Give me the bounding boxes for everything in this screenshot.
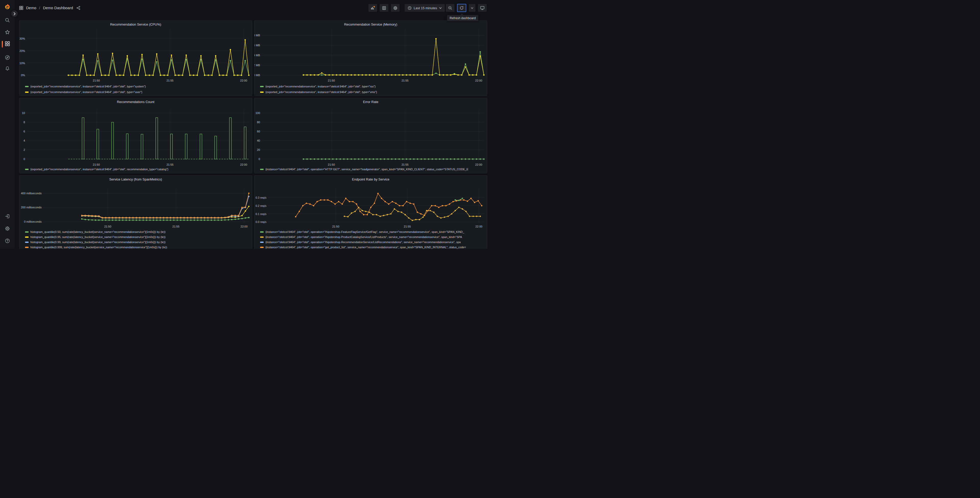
svg-text:22:00: 22:00 [475,163,482,166]
panel-service-latency: Service Latency (from SpanMetrics) 0 mil… [19,176,252,249]
legend-swatch [25,242,29,243]
legend-item[interactable]: histogram_quantile(0.95, sum(rate(latenc… [25,235,250,239]
grafana-logo[interactable] [4,4,11,11]
svg-text:30%: 30% [19,37,25,40]
alerting-icon[interactable] [0,66,14,71]
svg-text:21:50: 21:50 [332,225,339,228]
legend-label: {exported_job="recommendationservice", i… [266,85,375,88]
svg-text:0: 0 [24,158,25,161]
svg-text:2 MB: 2 MB [255,64,260,67]
zoom-out-button[interactable] [446,4,455,12]
svg-text:20: 20 [257,148,260,152]
svg-text:21:55: 21:55 [404,225,411,228]
dashboards-icon[interactable] [0,41,14,46]
legend-swatch [25,231,29,233]
explore-icon[interactable] [0,55,14,60]
grafana-dashboard: { "header": { "breadcrumb": {"section": … [0,0,490,249]
svg-text:400 milliseconds: 400 milliseconds [21,192,42,195]
legend-item[interactable]: histogram_quantile(0.50, sum(rate(latenc… [25,229,250,235]
kiosk-mode-button[interactable] [478,4,487,12]
svg-text:21:55: 21:55 [167,163,174,166]
svg-text:10%: 10% [19,62,25,65]
legend-item[interactable]: {exported_job="recommendationservice", i… [25,89,250,95]
clock-icon [408,6,412,10]
refresh-tooltip: Refresh dashboard [447,15,478,21]
legend-item[interactable]: histogram_quantile(0.99, sum(rate(latenc… [25,239,250,245]
legend-item[interactable]: {instance="otelcol:9464", job="otel", op… [260,229,485,235]
svg-text:4: 4 [24,139,25,142]
panel-recommendations-count: Recommendations Count 024681021:5021:552… [19,98,252,173]
chevron-down-icon [471,7,473,9]
legend-label: {exported_job="recommendationservice", i… [266,91,377,94]
svg-text:4 MB: 4 MB [255,54,260,57]
legend-label: {instance="otelcol:9464", job="otel", op… [266,230,464,233]
svg-text:21:50: 21:50 [328,163,335,166]
expand-sidebar-button[interactable] [11,11,18,17]
legend-item[interactable]: histogram_quantile(0.999, sum(rate(laten… [25,245,250,249]
gear-icon [393,6,398,10]
save-dashboard-button[interactable] [380,4,388,12]
svg-text:22:00: 22:00 [240,79,247,82]
legend-label: {exported_job="recommendationservice", i… [30,168,169,171]
refresh-button[interactable] [457,4,466,12]
legend-swatch [260,91,264,93]
legend-swatch [260,242,264,243]
svg-text:21:55: 21:55 [402,163,409,166]
legend-item[interactable]: {instance="otelcol:9464", job="otel", op… [260,235,485,239]
legend-swatch [260,247,264,248]
legend-swatch [260,236,264,238]
legend-label: {instance="otelcol:9464", job="otel", op… [266,246,466,249]
dashboard-settings-button[interactable] [391,4,399,12]
refresh-icon [460,6,464,10]
breadcrumb: Demo / Demo Dashboard [19,0,81,16]
star-icon[interactable] [0,30,14,35]
add-panel-icon [371,6,375,10]
legend-label: histogram_quantile(0.999, sum(rate(laten… [30,246,167,249]
time-range-label: Last 15 minutes [414,6,437,10]
svg-text:21:55: 21:55 [172,225,180,228]
sign-in-icon[interactable] [0,214,14,219]
legend-item[interactable]: {exported_job="recommendationservice", i… [260,84,485,89]
panel-recommendation-cpu: Recommendation Service (CPU%) 0%10%20%30… [19,21,252,96]
svg-text:22:00: 22:00 [476,225,483,228]
svg-text:0 MB: 0 MB [255,73,260,77]
svg-text:21:50: 21:50 [93,163,100,166]
svg-text:6: 6 [24,130,25,133]
legend-label: {instance="otelcol:9464", job="otel", op… [266,235,462,238]
legend-item[interactable]: {exported_job="recommendationservice", i… [25,167,250,172]
settings-icon[interactable] [0,226,14,231]
search-icon[interactable] [0,18,14,23]
svg-text:21:50: 21:50 [93,79,100,82]
legend-swatch [260,169,264,170]
breadcrumb-section[interactable]: Demo [26,6,36,10]
svg-text:0.1 req/s: 0.1 req/s [256,212,266,215]
svg-text:60: 60 [257,130,260,133]
legend-swatch [25,236,29,238]
dashboards-grid-icon [19,6,23,10]
breadcrumb-page[interactable]: Demo Dashboard [43,6,73,10]
chevron-right-icon [13,12,16,15]
count-chart[interactable]: 024681021:5021:5522:00 [19,98,252,173]
add-panel-button[interactable] [368,4,377,12]
panel-legend: {instance="otelcol:9464", job="otel", op… [260,229,485,249]
legend-item[interactable]: {instance="otelcol:9464", job="otel", op… [260,167,485,172]
legend-swatch [260,86,264,87]
legend-item[interactable]: {instance="otelcol:9464", job="otel", op… [260,239,485,245]
legend-item[interactable]: {exported_job="recommendationservice", i… [25,84,250,89]
refresh-interval-dropdown[interactable] [469,4,476,12]
help-icon[interactable] [0,238,14,243]
legend-label: histogram_quantile(0.99, sum(rate(latenc… [30,241,165,244]
panel-legend: {exported_job="recommendationservice", i… [25,84,250,95]
panel-legend: histogram_quantile(0.50, sum(rate(latenc… [25,229,250,249]
save-icon [382,6,386,10]
svg-text:8 MB: 8 MB [255,34,260,37]
svg-text:0.0 req/s: 0.0 req/s [256,220,266,223]
legend-item[interactable]: {exported_job="recommendationservice", i… [260,89,485,95]
share-icon[interactable] [76,6,81,10]
legend-item[interactable]: {instance="otelcol:9464", job="otel", op… [260,245,485,249]
panel-legend: {exported_job="recommendationservice", i… [260,84,485,95]
time-range-picker[interactable]: Last 15 minutes [405,4,445,12]
svg-text:21:50: 21:50 [104,225,111,228]
panel-recommendation-memory: Recommendation Service (Memory) 0 MB2 MB… [254,21,487,96]
error-rate-chart[interactable]: 02040608010021:5021:5522:00 [255,98,487,173]
